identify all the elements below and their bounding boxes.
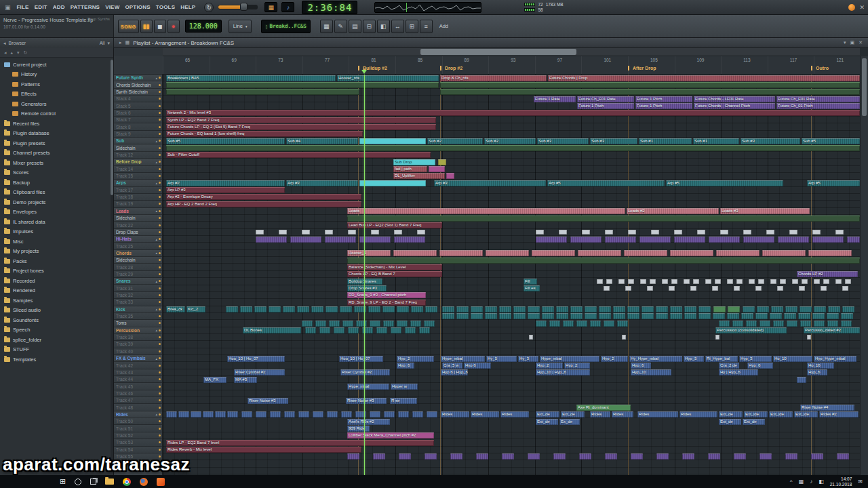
track-led[interactable] bbox=[159, 399, 161, 401]
clip-hyp-6[interactable]: Hyp_6 bbox=[747, 363, 773, 369]
track-header-chords[interactable]: Chords▴ bbox=[114, 250, 163, 257]
track-led[interactable] bbox=[159, 336, 161, 338]
task-view-icon[interactable] bbox=[90, 479, 96, 485]
clip[interactable] bbox=[841, 321, 852, 327]
clip[interactable] bbox=[442, 306, 454, 312]
track-led[interactable] bbox=[159, 238, 161, 240]
track-header-track-44[interactable]: Track 44 bbox=[114, 376, 163, 383]
clip[interactable] bbox=[800, 306, 812, 312]
track-led[interactable] bbox=[159, 441, 161, 443]
clip-hy-hyp-6[interactable]: Hy | Hyp_6 bbox=[719, 369, 758, 375]
track-led[interactable] bbox=[159, 308, 161, 310]
track-led[interactable] bbox=[159, 224, 161, 226]
track-led[interactable] bbox=[159, 280, 161, 282]
clip[interactable] bbox=[760, 321, 770, 327]
clip[interactable] bbox=[785, 306, 797, 312]
clip[interactable] bbox=[736, 279, 743, 284]
clip-ext-de[interactable]: Ext_de bbox=[719, 411, 743, 418]
clip[interactable] bbox=[628, 230, 636, 235]
update-icon[interactable] bbox=[848, 4, 855, 11]
track-led[interactable] bbox=[159, 357, 161, 359]
clip-sub-3[interactable]: Sub #3 bbox=[590, 138, 637, 144]
track-header-track-18[interactable]: Track 18 bbox=[114, 194, 163, 201]
track-header-track-52[interactable]: Track 52 bbox=[114, 432, 163, 439]
menu-edit[interactable]: EDIT bbox=[32, 4, 50, 10]
track-header-stack-8[interactable]: Stack 8 bbox=[114, 123, 163, 130]
track-header-leads[interactable]: Leads▴ bbox=[114, 208, 163, 215]
clip[interactable] bbox=[456, 313, 469, 319]
clip-arp-3[interactable]: Arp #3 bbox=[434, 180, 546, 186]
clip[interactable] bbox=[760, 453, 772, 460]
clip[interactable] bbox=[399, 453, 411, 460]
clip[interactable] bbox=[727, 279, 733, 284]
clip-ext-de[interactable]: Ext_de bbox=[743, 419, 765, 425]
track-led[interactable] bbox=[159, 196, 161, 198]
clip[interactable] bbox=[305, 327, 316, 333]
clip[interactable] bbox=[348, 230, 356, 235]
clip[interactable] bbox=[166, 145, 860, 151]
track-header-future-synth[interactable]: Future Synth▴ bbox=[114, 75, 163, 81]
clip-rides[interactable]: Rides bbox=[679, 411, 717, 418]
clip-arp-5[interactable]: Arp #5 bbox=[807, 180, 860, 186]
clip-hyp-6[interactable]: Hyp 6 bbox=[464, 363, 491, 369]
browser-filter[interactable]: All bbox=[100, 41, 105, 45]
collapse-arrow-icon[interactable]: ▴ bbox=[155, 328, 157, 332]
playback-tool-icon[interactable]: ≡ bbox=[420, 20, 433, 33]
track-led[interactable] bbox=[159, 161, 161, 163]
clip[interactable] bbox=[847, 237, 860, 243]
collapse-arrow-icon[interactable]: ▴ bbox=[155, 76, 157, 80]
tray-expand-icon[interactable]: ^ bbox=[790, 479, 793, 485]
taskbar-clock[interactable]: 14:07 21.10.2018 bbox=[830, 476, 852, 487]
track-header-chords-sidechain[interactable]: Chords Sidechain bbox=[114, 81, 163, 88]
paint-tool-icon[interactable]: ▤ bbox=[349, 20, 361, 33]
clip-hoover-rds[interactable]: Hoover_rds bbox=[337, 75, 439, 81]
track-header-stack-6[interactable]: Stack 6 bbox=[114, 110, 163, 117]
clip-dl-uplifter[interactable]: DL_Uplifter bbox=[393, 173, 445, 179]
clip-sub-2[interactable]: Sub #2 bbox=[484, 138, 536, 144]
clip[interactable] bbox=[412, 411, 423, 418]
track-led[interactable] bbox=[159, 413, 161, 415]
time-display[interactable]: 2:36:84 bbox=[302, 1, 357, 14]
clip[interactable] bbox=[203, 411, 214, 418]
clip[interactable] bbox=[771, 306, 783, 312]
clip-hou-10-ho-07[interactable]: Hou_10 | Ho_07 bbox=[227, 356, 285, 362]
clip[interactable] bbox=[290, 237, 321, 243]
clip[interactable] bbox=[835, 279, 842, 284]
clip-sub-filter-cutoff[interactable]: Sub - Filter Cutoff bbox=[166, 152, 431, 158]
clip[interactable] bbox=[841, 313, 853, 319]
track-header-track-32[interactable]: Track 32 bbox=[114, 292, 163, 299]
clip-future-ch-f01-rate[interactable]: Future Ch_F01 Rate bbox=[776, 96, 860, 102]
clip[interactable] bbox=[713, 313, 725, 319]
clip[interactable] bbox=[650, 279, 656, 284]
file-explorer-icon[interactable] bbox=[105, 479, 114, 485]
browser-item-remote-control[interactable]: Remote control bbox=[0, 109, 110, 119]
clip[interactable] bbox=[528, 453, 540, 460]
clip[interactable] bbox=[313, 411, 323, 418]
clip-hyp-2[interactable]: Hyp_2 bbox=[564, 363, 590, 369]
clip-arp-5[interactable]: Arp #5 bbox=[666, 180, 783, 186]
clip[interactable] bbox=[682, 453, 694, 460]
track-led[interactable] bbox=[159, 273, 161, 275]
clip[interactable] bbox=[715, 335, 719, 340]
clip-chords-lp-2[interactable]: Chords LP #2 bbox=[797, 271, 858, 277]
clip[interactable] bbox=[440, 89, 860, 95]
collapse-arrow-icon[interactable]: ▴ bbox=[155, 209, 157, 213]
clip-ext-de[interactable]: Ext_de bbox=[536, 411, 559, 418]
track-led[interactable] bbox=[159, 287, 161, 289]
clip[interactable] bbox=[823, 279, 829, 284]
track-header-fx-cymbals[interactable]: FX & Cymbals▴ bbox=[114, 355, 163, 362]
clip[interactable] bbox=[334, 327, 344, 333]
track-header-arps[interactable]: Arps▴ bbox=[114, 180, 163, 186]
browser-item-recorded[interactable]: Recorded bbox=[0, 276, 110, 286]
clip[interactable] bbox=[812, 237, 844, 243]
clip-rd-snare-9-3-channel-pitch[interactable]: RD_Snare_9 #3 - Channel pitch bbox=[347, 292, 426, 298]
browser-scrollbar[interactable] bbox=[111, 60, 113, 472]
clip[interactable] bbox=[536, 321, 547, 327]
track-led[interactable] bbox=[159, 203, 161, 205]
track-led[interactable] bbox=[159, 252, 161, 254]
browser-down-icon[interactable]: ▾ bbox=[17, 50, 20, 56]
clip-leads-2[interactable]: Leads #2 bbox=[627, 208, 719, 214]
clip-ext-ide[interactable]: Ext_ide bbox=[794, 411, 818, 418]
track-header-synth-sidechain[interactable]: Synth Sidechain bbox=[114, 89, 163, 96]
clip[interactable] bbox=[605, 230, 613, 235]
